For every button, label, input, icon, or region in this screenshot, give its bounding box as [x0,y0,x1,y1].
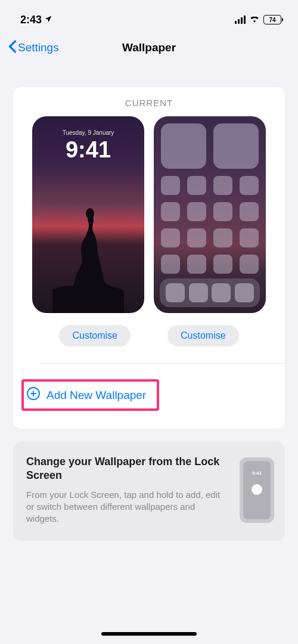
status-time: 2:43 [20,14,42,26]
battery-icon: 74 [263,15,281,24]
status-right: 74 [235,14,281,25]
customise-home-button[interactable]: Customise [167,325,239,346]
dock-icon-placeholder [166,283,185,302]
widget-placeholder [161,123,206,169]
info-body: From your Lock Screen, tap and hold to a… [26,489,230,525]
mini-phone-indicator [252,484,262,495]
app-icon-placeholder [187,255,206,274]
app-icon-placeholder [187,176,206,195]
app-icon-placeholder [187,202,206,221]
app-icon-placeholder [187,228,206,247]
lock-screen-preview[interactable]: Tuesday, 9 January 9:41 [32,116,144,313]
app-icon-placeholder [161,255,180,274]
lock-screen-time: 9:41 [32,137,144,163]
dock-icon-placeholder [189,283,208,302]
nav-bar: Settings Wallpaper [0,32,298,63]
battery-level: 74 [269,17,275,23]
dock-icon-placeholder [212,283,231,302]
app-icon-grid [161,176,259,274]
highlight-annotation: Add New Wallpaper [21,379,159,411]
location-icon [44,14,52,26]
app-icon-placeholder [240,255,259,274]
back-label: Settings [18,41,59,54]
customise-lock-button[interactable]: Customise [59,325,131,346]
app-icon-placeholder [213,176,232,195]
app-icon-placeholder [161,202,180,221]
info-text: Change your Wallpaper from the Lock Scre… [26,455,230,525]
app-icon-placeholder [240,176,259,195]
svg-point-0 [86,208,94,219]
info-title: Change your Wallpaper from the Lock Scre… [26,455,230,483]
home-indicator[interactable] [101,632,197,636]
customise-row: Customise Customise [23,325,275,346]
home-screen-preview[interactable] [154,116,266,313]
mini-phone-screen: 9:41 [243,461,271,519]
widget-row [161,123,259,169]
lock-screen-info-card: Change your Wallpaper from the Lock Scre… [13,442,285,541]
app-icon-placeholder [213,228,232,247]
dock-icon-placeholder [235,283,254,302]
back-button[interactable]: Settings [8,40,59,56]
app-icon-placeholder [240,228,259,247]
wallpaper-previews: Tuesday, 9 January 9:41 [23,116,275,313]
chevron-left-icon [8,40,17,56]
wallpaper-figure [32,197,144,313]
plus-circle-icon [26,386,41,404]
widget-placeholder [213,123,259,169]
add-new-wallpaper-label: Add New Wallpaper [46,389,146,402]
mini-phone-illustration: 9:41 [240,457,274,523]
current-wallpaper-card: CURRENT Tuesday, 9 January 9:41 [13,87,285,429]
status-time-group: 2:43 [20,14,52,26]
app-icon-placeholder [213,202,232,221]
wifi-icon [249,14,260,25]
mini-phone-time: 9:41 [252,470,262,476]
app-icon-placeholder [161,228,180,247]
current-heading: CURRENT [23,98,275,108]
app-icon-placeholder [213,255,232,274]
app-icon-placeholder [240,202,259,221]
cellular-signal-icon [235,16,246,24]
lock-screen-date: Tuesday, 9 January [32,129,144,136]
dock [160,278,260,307]
status-bar: 2:43 74 [0,0,298,32]
app-icon-placeholder [161,176,180,195]
add-new-wallpaper-row[interactable]: Add New Wallpaper [23,364,275,429]
